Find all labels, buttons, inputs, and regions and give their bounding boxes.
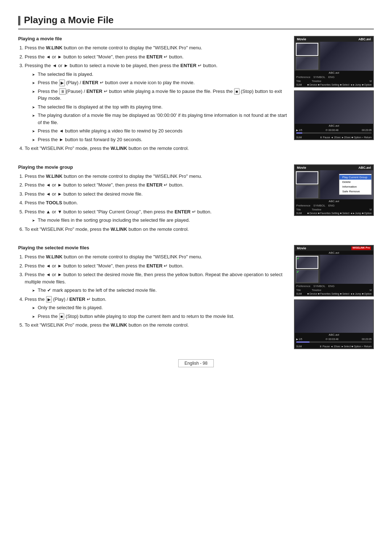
list-item: The selected file is played. bbox=[32, 71, 287, 78]
tv-screen-5: ABC.avi ▶ 1/5 ⟳ 00:03:48 00:23:05 SUM ⏸ … bbox=[294, 299, 374, 349]
tv-progress-fill-5 bbox=[296, 341, 310, 343]
list-item: Press the ◄ or ► button to select the de… bbox=[25, 271, 287, 294]
context-item-safe: Safe Remove bbox=[339, 189, 371, 194]
list-item: Press the ◄ or ► button to select "Movie… bbox=[25, 53, 287, 61]
tv-info-item: Preference bbox=[296, 204, 310, 207]
tv-info-bar-3: Preference SYMBOL ENG bbox=[295, 203, 373, 208]
tv-sum-bar-4: SUM ■ Device ■ Favorites Setting ■ Selec… bbox=[295, 292, 373, 296]
tv-big-thumb-2 bbox=[295, 91, 373, 124]
tv-thumb bbox=[296, 57, 318, 70]
tv-progress-bar-5 bbox=[296, 341, 372, 343]
tv-main-area-4: ✔ ✔ bbox=[295, 255, 373, 284]
tv-info-bar-4: Preference SYMBOL ENG bbox=[295, 284, 373, 289]
section1-steps: Press the W.LINK button on the remote co… bbox=[18, 44, 287, 152]
tv-sum-bar-3: SUM ■ Device ■ Favorites Setting ■ Selec… bbox=[295, 211, 373, 215]
section1-bullets: The selected file is played. Press the ▶… bbox=[28, 71, 287, 143]
list-item: The ✔ mark appears to the left of the se… bbox=[32, 287, 287, 294]
tv-header-3: Movie ABC.avi bbox=[295, 165, 373, 170]
tv-thumb: ✔ bbox=[296, 256, 318, 269]
tv-sum-bar-1: SUM ■ Device ■ Favorites Setting ■ Selec… bbox=[295, 83, 373, 87]
tv-thumb-list-1 bbox=[295, 42, 320, 71]
list-item: Press the ■ (Stop) button while playing … bbox=[32, 313, 287, 320]
tv-progress-fill bbox=[296, 132, 302, 134]
page-footer: English - 98 bbox=[178, 359, 213, 367]
section3-images: Movie WISELINK Pro ABC.avi ✔ ✔ Preferenc… bbox=[294, 245, 374, 349]
section3-content: Playing the selected movie files Press t… bbox=[18, 245, 287, 349]
context-item-delete: Delete bbox=[339, 180, 371, 184]
section-playing-movie-file: Playing a movie file Press the W.LINK bu… bbox=[18, 36, 374, 154]
context-item-info: Information bbox=[339, 184, 371, 189]
tv-thumb bbox=[296, 185, 318, 198]
tv-main-area-5 bbox=[295, 300, 373, 333]
tv-main-area-2 bbox=[295, 91, 373, 124]
tv-big-area-3: Play Current Group Delete Information Sa… bbox=[320, 170, 373, 199]
tv-play-info: ▶ 1/5 ⟳ 00:00:48 00:23:05 bbox=[296, 129, 372, 132]
section-playing-selected: Playing the selected movie files Press t… bbox=[18, 245, 374, 349]
tv-big-thumb-5 bbox=[295, 300, 373, 333]
list-item: The selected file is displayed at the to… bbox=[32, 103, 287, 111]
list-item: Press the ▶ (Play) / ENTER ↵ button. Onl… bbox=[25, 296, 287, 320]
section2-steps: Press the W.LINK button on the remote co… bbox=[18, 173, 287, 233]
tv-playback-bar-2: ▶ 1/5 ⟳ 00:00:48 00:23:05 bbox=[295, 128, 373, 135]
section1-content: Playing a movie file Press the W.LINK bu… bbox=[18, 36, 287, 154]
list-item: Press the ⏸(Pause) / ENTER ↵ button whil… bbox=[32, 88, 287, 102]
tv-progress-bar bbox=[296, 132, 372, 134]
list-item: To exit "WISELINK Pro" mode, press the W… bbox=[25, 322, 287, 329]
tv-header-1: Movie ABC.avi bbox=[295, 37, 373, 42]
tv-screen-4: Movie WISELINK Pro ABC.avi ✔ ✔ Preferenc… bbox=[294, 245, 374, 296]
tv-file-name-5: ABC.avi bbox=[295, 333, 373, 337]
list-item: Pressing the ◄ or ► button to select a m… bbox=[25, 62, 287, 143]
list-item: Press the W.LINK button on the remote co… bbox=[25, 44, 287, 52]
list-item: Press the ◄ or ► button to select the de… bbox=[25, 191, 287, 198]
section1-images: Movie ABC.avi ABC.avi Preference SYMBOL bbox=[294, 36, 374, 154]
list-item: The movie files in the sorting group inc… bbox=[32, 217, 287, 224]
tv-row-bar-4: Title Timeline M bbox=[295, 289, 373, 292]
tv-file-name-2: ABC.avi bbox=[295, 124, 373, 128]
tv-file-name-1: ABC.avi bbox=[295, 71, 373, 75]
tv-row-bar: Title Timeline M bbox=[295, 79, 373, 83]
list-item: Press the TOOLS button. bbox=[25, 199, 287, 206]
tv-title-3: Movie bbox=[297, 166, 306, 169]
tv-row-bar-3: Title Timeline M bbox=[295, 208, 373, 211]
list-item: The playing duration of a movie file may… bbox=[32, 112, 287, 126]
list-item: Press the ◄ button while playing a video… bbox=[32, 127, 287, 135]
tv-filename-4: ABC.avi bbox=[295, 251, 373, 255]
list-item: To exit "WISELINK Pro" mode, press the W… bbox=[25, 226, 287, 233]
list-item: Press the ◄ or ► button to select "Movie… bbox=[25, 262, 287, 270]
tv-badge-4: WISELINK Pro bbox=[351, 246, 371, 250]
section3-steps: Press the W.LINK button on the remote co… bbox=[18, 253, 287, 329]
tv-info-item: ENG bbox=[328, 204, 334, 207]
tv-screen-2: ABC.avi ▶ 1/5 ⟳ 00:00:48 00:23:05 SUM ⏸ … bbox=[294, 90, 374, 140]
tv-info-item: Preference bbox=[296, 75, 310, 79]
list-item: Press the ▶ (Play) / ENTER ↵ button over… bbox=[32, 79, 287, 86]
tv-thumb bbox=[296, 171, 318, 184]
section2-bullets: The movie files in the sorting group inc… bbox=[28, 217, 287, 224]
section3-bullets3: The ✔ mark appears to the left of the se… bbox=[28, 287, 287, 294]
tv-main-area-3: Play Current Group Delete Information Sa… bbox=[295, 170, 373, 199]
section3-title: Playing the selected movie files bbox=[18, 245, 287, 250]
page-title: Playing a Movie File bbox=[18, 15, 374, 29]
section1-title: Playing a movie file bbox=[18, 36, 287, 41]
tv-info-item: SYMBOL bbox=[313, 204, 325, 207]
tv-info-bar-1: Preference SYMBOL ENG bbox=[295, 75, 373, 79]
tv-thumb-list-3 bbox=[295, 170, 320, 199]
tv-info-item: Preference bbox=[296, 285, 310, 288]
tv-screen-1: Movie ABC.avi ABC.avi Preference SYMBOL bbox=[294, 36, 374, 87]
tv-sum-bar-2: SUM ⏸ Pause ◄ 20sec ►20sec ■ Option ↩ Re… bbox=[295, 135, 373, 139]
section3-bullets4: Only the selected file is played. Press … bbox=[28, 304, 287, 320]
tv-main-area-1 bbox=[295, 42, 373, 71]
tv-filename-1: ABC.avi bbox=[358, 37, 371, 41]
section-playing-movie-group: Playing the movie group Press the W.LINK… bbox=[18, 164, 374, 235]
tv-title-4: Movie bbox=[297, 246, 306, 250]
list-item: To exit "WISELINK Pro" mode, press the W… bbox=[25, 145, 287, 152]
list-item: Only the selected file is played. bbox=[32, 304, 287, 311]
section2-images: Movie ABC.avi Play Current Group Delete … bbox=[294, 164, 374, 235]
tv-big-thumb-1 bbox=[320, 42, 373, 71]
tv-info-item: ENG bbox=[328, 75, 334, 79]
list-item: Press the ▲ or ▼ button to select "Play … bbox=[25, 208, 287, 224]
tv-thumb bbox=[296, 43, 318, 56]
tv-info-item: SYMBOL bbox=[313, 285, 325, 288]
tv-big-thumb-4 bbox=[320, 255, 373, 284]
tv-thumb: ✔ bbox=[296, 270, 318, 283]
tv-filename-3: ABC.avi bbox=[358, 166, 371, 169]
